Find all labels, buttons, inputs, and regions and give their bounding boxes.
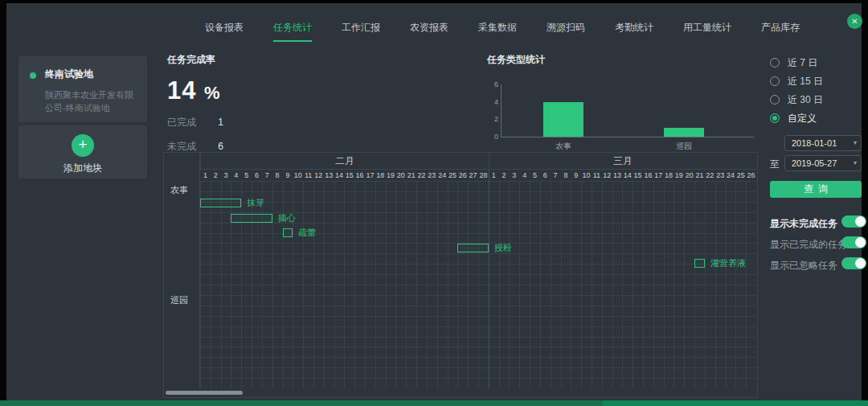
gantt-day-cell: 12	[313, 170, 324, 181]
chart-y-axis	[501, 84, 502, 137]
gantt-task-疏蕾[interactable]	[283, 228, 293, 237]
task-gantt: 二月12345678910111213141516171819202122232…	[163, 152, 758, 398]
add-plot-button[interactable]: + 添加地块	[18, 125, 147, 178]
gantt-day-cell: 24	[726, 170, 736, 181]
toggle-switch-on[interactable]	[841, 236, 866, 248]
tab-工作汇报[interactable]: 工作汇报	[342, 16, 380, 42]
gantt-task-授粉[interactable]	[457, 244, 488, 252]
rate-unit: %	[204, 83, 221, 103]
gantt-day-cell: 4	[519, 170, 530, 181]
gantt-day-cell: 25	[735, 170, 746, 181]
tab-考勤统计[interactable]: 考勤统计	[615, 16, 653, 42]
add-plot-label: 添加地块	[18, 162, 147, 175]
gantt-day-cell: 26	[746, 170, 756, 181]
gantt-day-cell: 13	[324, 170, 334, 181]
radio-label: 近 15 日	[788, 75, 823, 88]
done-label: 已完成	[167, 117, 196, 128]
date-to-select[interactable]: 2019-05-27 ▾	[784, 155, 862, 171]
gantt-day-cell: 2	[211, 170, 221, 181]
plot-card[interactable]: 终南试验地 陕西聚丰农业开发有限公司-终南试验地	[18, 56, 147, 122]
radio-label: 近 30 日	[788, 93, 823, 107]
gantt-day-cell: 18	[664, 170, 674, 181]
gantt-day-cell: 1	[200, 170, 211, 181]
chart-bar-巡园	[664, 128, 704, 137]
screen: 设备报表任务统计工作汇报农资报表采集数据溯源扫码考勤统计用工量统计产品库存 ✕ …	[0, 0, 868, 406]
toggle-knob	[855, 216, 866, 227]
close-icon[interactable]: ✕	[847, 14, 862, 29]
gantt-day-cell: 8	[272, 170, 283, 181]
gantt-day-cell: 11	[592, 170, 602, 181]
chart-ytick-6: 6	[487, 80, 498, 88]
gantt-day-cell: 28	[478, 170, 489, 181]
chart-bar-农事	[543, 102, 583, 137]
gantt-task-摘心[interactable]	[231, 214, 272, 223]
radio-circle-icon	[770, 95, 780, 105]
rate-value: 14	[167, 76, 196, 105]
gantt-task-label-摘心: 摘心	[278, 213, 296, 224]
radio-自定义[interactable]: 自定义	[770, 112, 866, 125]
completion-stats: 任务完成率 14 % 已完成 1 未完成 6	[167, 53, 223, 154]
gantt-day-cell: 9	[283, 170, 293, 181]
gantt-day-cell: 17	[365, 170, 375, 181]
gantt-month-separator	[489, 153, 489, 388]
tab-用工量统计[interactable]: 用工量统计	[683, 16, 731, 42]
dashboard-window: 设备报表任务统计工作汇报农资报表采集数据溯源扫码考勤统计用工量统计产品库存 ✕ …	[6, 3, 862, 400]
radio-circle-icon	[770, 58, 780, 68]
gantt-day-cell: 18	[375, 170, 386, 181]
gantt-day-cell: 21	[694, 170, 705, 181]
toggle-row-显示未完成任务: 显示未完成任务	[770, 215, 866, 228]
gantt-day-cell: 14	[622, 170, 633, 181]
toggle-row-显示已完成的任务: 显示已完成的任务	[770, 236, 866, 249]
gantt-day-cell: 2	[499, 170, 510, 181]
tab-农资报表[interactable]: 农资报表	[410, 16, 448, 42]
date-from-value: 2018-01-01	[792, 138, 837, 148]
gantt-day-cell: 22	[416, 170, 427, 181]
gantt-day-cell: 11	[303, 170, 313, 181]
chart-xlabel-农事: 农事	[535, 141, 592, 152]
gantt-day-cell: 15	[344, 170, 354, 181]
gantt-task-抹芽[interactable]	[200, 199, 241, 207]
gantt-day-cell: 19	[674, 170, 684, 181]
date-from-select[interactable]: 2018-01-01 ▾	[784, 135, 862, 151]
tab-任务统计[interactable]: 任务统计	[273, 16, 312, 42]
tab-溯源扫码[interactable]: 溯源扫码	[547, 16, 585, 42]
plot-description: 陕西聚丰农业开发有限公司-终南试验地	[45, 88, 137, 114]
toggle-switch-on[interactable]	[841, 257, 866, 269]
gantt-day-cell: 1	[489, 170, 499, 181]
toggle-row-显示已忽略任务: 显示已忽略任务	[770, 257, 866, 270]
chevron-down-icon: ▾	[854, 136, 857, 150]
tab-设备报表[interactable]: 设备报表	[205, 16, 244, 42]
plot-status-dot-icon	[30, 72, 36, 79]
query-button[interactable]: 查询	[770, 181, 862, 198]
gantt-day-cell: 13	[612, 170, 623, 181]
plus-icon: +	[72, 134, 94, 157]
radio-近 30 日[interactable]: 近 30 日	[770, 93, 866, 106]
tab-采集数据[interactable]: 采集数据	[478, 16, 517, 42]
gantt-day-cell: 16	[354, 170, 365, 181]
toggle-label: 显示已忽略任务	[770, 260, 837, 271]
gantt-day-cell: 21	[406, 170, 416, 181]
radio-近 15 日[interactable]: 近 15 日	[770, 75, 866, 88]
chart-x-axis	[501, 137, 754, 137]
toggle-switch-on[interactable]	[841, 215, 866, 228]
chart-ytick-2: 2	[487, 115, 498, 123]
gantt-task-灌营养液[interactable]	[694, 259, 705, 268]
gantt-day-cell: 16	[643, 170, 653, 181]
gantt-day-cell: 26	[457, 170, 468, 181]
date-to-label: 至	[770, 158, 780, 171]
radio-label: 近 7 日	[788, 56, 817, 70]
gantt-day-cell: 10	[293, 170, 303, 181]
gantt-day-cell: 17	[653, 170, 664, 181]
done-value: 1	[218, 117, 223, 128]
gantt-day-cell: 7	[262, 170, 272, 181]
radio-近 7 日[interactable]: 近 7 日	[770, 56, 866, 69]
gantt-day-cell: 15	[633, 170, 643, 181]
gantt-horizontal-scrollbar[interactable]	[166, 391, 243, 395]
gantt-day-cell: 6	[252, 170, 262, 181]
gantt-day-cell: 5	[241, 170, 252, 181]
chevron-down-icon: ▾	[854, 156, 857, 170]
filter-panel: 近 7 日近 15 日近 30 日自定义 2018-01-01 ▾ 至 2019…	[770, 56, 866, 130]
tab-产品库存[interactable]: 产品库存	[761, 16, 800, 42]
gantt-day-cell: 14	[334, 170, 345, 181]
gantt-grid	[200, 181, 756, 388]
